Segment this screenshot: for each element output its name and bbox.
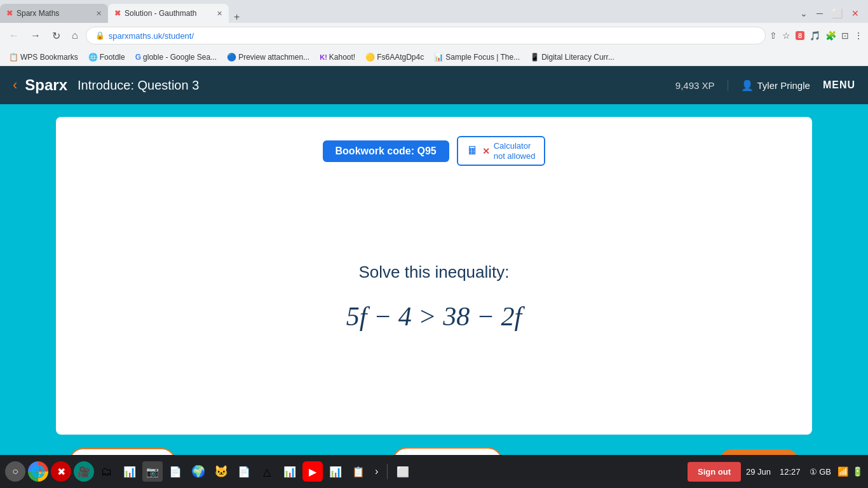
- bookmark-wps[interactable]: 📋 WPS Bookmarks: [5, 51, 82, 63]
- gauthmath-tab-title: Solution - Gauthmath: [125, 9, 213, 18]
- taskbar-file-manager-icon[interactable]: ⬜: [393, 461, 413, 482]
- battery-icon: 🔋: [852, 466, 863, 477]
- user-icon: 👤: [741, 79, 754, 92]
- question-area: Solve this inequality: 5f − 4 > 38 − 2f: [81, 179, 787, 416]
- bookmark-preview[interactable]: 🔵 Preview attachmen...: [223, 51, 313, 63]
- extensions-puzzle-icon[interactable]: 🧩: [825, 30, 836, 41]
- sparx-user-display: 👤 Tyler Pringle: [741, 79, 810, 92]
- taskbar-docs2-icon[interactable]: 📄: [234, 461, 254, 482]
- new-tab-button[interactable]: +: [229, 11, 245, 23]
- taskbar-docs-icon[interactable]: 📄: [165, 461, 186, 482]
- taskbar-sheets2-icon[interactable]: 📋: [348, 461, 369, 482]
- taskbar-separator: [387, 464, 388, 479]
- footdle-icon: 🌐: [88, 53, 98, 62]
- tab-sparx-maths[interactable]: ✖ Sparx Maths ✕: [0, 4, 108, 23]
- question-text: Solve this inequality:: [358, 262, 509, 282]
- address-lock-icon: 🔒: [95, 31, 105, 40]
- tab-solution-gauthmath[interactable]: ✖ Solution - Gauthmath ✕: [108, 4, 229, 23]
- sparx-logo: Sparx: [25, 76, 67, 94]
- question-card: Bookwork code: Q95 🖩 ✕ Calculator not al…: [56, 117, 812, 435]
- share-icon[interactable]: ⇧: [770, 30, 777, 41]
- address-input[interactable]: 🔒 sparxmaths.uk/student/: [86, 27, 766, 44]
- sparx-back-button[interactable]: ‹: [13, 77, 17, 93]
- wifi-icon: 📶: [837, 466, 848, 477]
- restore-button[interactable]: ⬜: [828, 7, 846, 20]
- address-text: sparxmaths.uk/student/: [109, 31, 756, 41]
- sparx-tab-title: Sparx Maths: [17, 9, 92, 18]
- close-active-tab-icon[interactable]: ✕: [217, 10, 222, 18]
- taskbar-date: 29 Jun: [743, 467, 773, 477]
- digital-literacy-icon: 📱: [530, 53, 539, 62]
- bookmark-globle[interactable]: G globle - Google Sea...: [132, 51, 220, 63]
- media-icon[interactable]: 🎵: [810, 30, 820, 41]
- calculator-sub-label: not allowed: [494, 151, 536, 161]
- forward-nav-button[interactable]: →: [27, 29, 44, 43]
- address-bar: ← → ↻ ⌂ 🔒 sparxmaths.uk/student/ ⇧ ☆ 8 🎵…: [0, 23, 868, 48]
- taskbar-more-icon[interactable]: ›: [371, 466, 382, 477]
- taskbar-sys-info: 29 Jun 12:27 ① GB 📶 🔋: [743, 466, 863, 477]
- preview-icon: 🔵: [227, 53, 236, 62]
- sparx-xp-display: 9,493 XP: [675, 80, 728, 91]
- reload-button[interactable]: ↻: [48, 29, 64, 43]
- taskbar-drive-icon[interactable]: △: [257, 461, 277, 482]
- google-icon: G: [135, 53, 141, 62]
- calc-x-icon: ✕: [482, 146, 490, 156]
- calculator-label: Calculator: [494, 141, 536, 151]
- taskbar-youtube-icon[interactable]: ▶: [302, 461, 323, 482]
- kahoot-icon: K!: [320, 53, 327, 61]
- bookwork-code-badge: Bookwork code: Q95: [323, 140, 449, 162]
- calculator-badge: 🖩 ✕ Calculator not allowed: [457, 136, 546, 166]
- taskbar-files-icon[interactable]: 🗂: [97, 461, 117, 482]
- close-button[interactable]: ✕: [848, 7, 863, 20]
- wps-icon: 📋: [9, 53, 18, 62]
- bookmark-star-icon[interactable]: ☆: [782, 30, 790, 41]
- minimize-button[interactable]: ─: [813, 7, 827, 20]
- taskbar-circle-icon[interactable]: ○: [5, 461, 25, 482]
- sparx-tab-icon: ✖: [6, 9, 13, 18]
- reading-mode-icon[interactable]: ⊡: [841, 30, 849, 41]
- tab-overflow-button[interactable]: ⌄: [796, 7, 811, 20]
- taskbar-slides2-icon[interactable]: 📊: [325, 461, 346, 482]
- card-top-bar: Bookwork code: Q95 🖩 ✕ Calculator not al…: [323, 136, 546, 166]
- close-tab-icon[interactable]: ✕: [96, 10, 102, 18]
- math-expression: 5f − 4 > 38 − 2f: [346, 301, 522, 332]
- gauthmath-tab-icon: ✖: [114, 9, 121, 18]
- taskbar-sheets-icon[interactable]: 📊: [280, 461, 300, 482]
- calculator-icon: 🖩: [467, 144, 478, 158]
- taskbar-slides-icon[interactable]: 📊: [119, 461, 140, 482]
- taskbar-camera-icon[interactable]: 📷: [142, 461, 163, 482]
- taskbar-cat-icon[interactable]: 🐱: [211, 461, 231, 482]
- bookmark-digital-literacy[interactable]: 📱 Digital Literacy Curr...: [526, 51, 618, 63]
- sign-out-button[interactable]: Sign out: [688, 462, 741, 482]
- fs6-icon: 🟡: [365, 53, 375, 62]
- sparx-menu-button[interactable]: MENU: [823, 79, 855, 91]
- taskbar-earth-icon[interactable]: 🌍: [188, 461, 208, 482]
- bookmark-footdle[interactable]: 🌐 Footdle: [85, 51, 129, 63]
- bookmark-kahoot[interactable]: K! Kahoot!: [316, 51, 359, 63]
- bookmarks-bar: 📋 WPS Bookmarks 🌐 Footdle G globle - Goo…: [0, 48, 868, 66]
- sample-focus-icon: 📊: [434, 53, 444, 62]
- taskbar-app2-icon[interactable]: ✖: [51, 461, 71, 482]
- sparx-content-area: Bookwork code: Q95 🖩 ✕ Calculator not al…: [0, 104, 868, 488]
- sparx-page-title: Introduce: Question 3: [78, 78, 675, 93]
- more-options-icon[interactable]: ⋮: [854, 30, 863, 41]
- taskbar-time: 12:27: [777, 467, 803, 477]
- bookmark-sample-focus[interactable]: 📊 Sample Focus | The...: [430, 51, 524, 63]
- home-button[interactable]: ⌂: [68, 29, 82, 43]
- extension-icon[interactable]: 8: [796, 31, 804, 40]
- back-nav-button[interactable]: ←: [5, 29, 23, 43]
- taskbar: ○ 🌐 ✖ 🎥 🗂 📊 📷 📄 🌍 🐱 📄 △ 📊 ▶ 📊 📋 › ⬜ Sign…: [0, 455, 868, 488]
- taskbar-storage: ① GB: [807, 467, 834, 477]
- taskbar-chrome-icon[interactable]: 🌐: [28, 461, 48, 482]
- bookmark-fs6[interactable]: 🟡 Fs6AAtgDp4c: [362, 51, 428, 63]
- sparx-header: ‹ Sparx Introduce: Question 3 9,493 XP 👤…: [0, 66, 868, 104]
- taskbar-meet-icon[interactable]: 🎥: [74, 461, 94, 482]
